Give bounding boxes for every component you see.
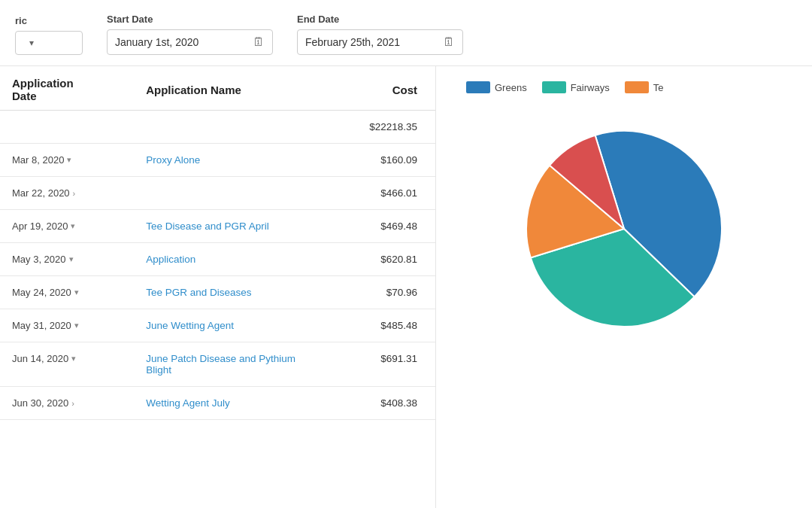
chevron-down-icon: ▾ xyxy=(29,38,34,48)
app-name-cell: Wetting Agent July xyxy=(134,387,335,420)
date-cell: Jun 30, 2020› xyxy=(0,387,134,420)
cost-cell: $469.48 xyxy=(335,210,435,243)
chart-section: GreensFairwaysTe xyxy=(436,66,812,508)
table-row: May 31, 2020▾June Wetting Agent$485.48 xyxy=(0,309,435,342)
expand-icon[interactable]: › xyxy=(73,189,76,198)
app-name-link[interactable]: Tee Disease and PGR April xyxy=(146,221,269,232)
legend-item: Greens xyxy=(466,81,527,93)
col-header-date: ApplicationDate xyxy=(0,66,134,111)
cost-cell: $466.01 xyxy=(335,177,435,210)
app-name-cell xyxy=(134,111,335,144)
legend-label: Greens xyxy=(495,82,527,93)
table-wrapper: ApplicationDate Application Name Cost $2… xyxy=(0,66,435,508)
app-name-cell: Tee PGR and Diseases xyxy=(134,276,335,309)
legend-item: Te xyxy=(625,81,664,93)
pie-chart xyxy=(511,116,737,342)
expand-icon[interactable]: ▾ xyxy=(74,287,79,297)
date-text: Apr 19, 2020 xyxy=(12,221,68,232)
date-text: May 3, 2020 xyxy=(12,254,66,265)
start-date-input[interactable] xyxy=(115,36,247,48)
app-name-link[interactable]: Proxy Alone xyxy=(146,154,200,166)
table-row: $22218.35 xyxy=(0,111,435,144)
app-name-cell: Application xyxy=(134,243,335,276)
calendar-icon-end[interactable]: 🗓 xyxy=(443,35,455,49)
date-text: Mar 22, 2020 xyxy=(12,187,70,199)
metric-select-wrapper[interactable]: ▾ xyxy=(15,31,83,55)
table-row: Mar 8, 2020▾Proxy Alone$160.09 xyxy=(0,144,435,177)
end-date-input[interactable] xyxy=(305,36,437,48)
table-section: ApplicationDate Application Name Cost $2… xyxy=(0,66,436,508)
start-date-label: Start Date xyxy=(107,14,273,25)
expand-icon[interactable]: ▾ xyxy=(67,155,71,165)
legend-label: Te xyxy=(653,82,664,93)
legend-color-box xyxy=(625,81,649,93)
end-date-group: End Date 🗓 xyxy=(297,14,463,55)
date-text: Jun 14, 2020 xyxy=(12,353,68,364)
table-row: May 24, 2020▾Tee PGR and Diseases$70.96 xyxy=(0,276,435,309)
col-header-cost: Cost xyxy=(335,66,435,111)
date-cell: May 31, 2020▾ xyxy=(0,309,134,342)
app-name-link[interactable]: Tee PGR and Diseases xyxy=(146,287,251,298)
app-name-link[interactable]: June Wetting Agent xyxy=(146,320,234,331)
legend-item: Fairways xyxy=(542,81,610,93)
app-name-cell xyxy=(134,177,335,210)
cost-cell: $160.09 xyxy=(335,144,435,177)
chart-legend: GreensFairwaysTe xyxy=(466,81,663,93)
end-date-label: End Date xyxy=(297,14,463,25)
app-name-link[interactable]: Wetting Agent July xyxy=(146,397,230,409)
start-date-input-wrapper[interactable]: 🗓 xyxy=(107,29,273,55)
cost-cell: $485.48 xyxy=(335,309,435,342)
table-row: Mar 22, 2020›$466.01 xyxy=(0,177,435,210)
date-cell: Apr 19, 2020▾ xyxy=(0,210,134,243)
expand-icon[interactable]: ▾ xyxy=(71,354,76,364)
table-scroll-area[interactable]: ApplicationDate Application Name Cost $2… xyxy=(0,66,435,508)
app-name-link[interactable]: Application xyxy=(146,254,195,265)
date-cell xyxy=(0,111,134,144)
applications-table: ApplicationDate Application Name Cost $2… xyxy=(0,66,435,420)
app-name-cell: Tee Disease and PGR April xyxy=(134,210,335,243)
date-cell: May 3, 2020▾ xyxy=(0,243,134,276)
expand-icon[interactable]: ▾ xyxy=(74,321,79,330)
legend-color-box xyxy=(466,81,490,93)
table-row: May 3, 2020▾Application$620.81 xyxy=(0,243,435,276)
cost-cell: $691.31 xyxy=(335,342,435,387)
cost-cell: $408.38 xyxy=(335,387,435,420)
cost-cell: $22218.35 xyxy=(335,111,435,144)
col-header-name: Application Name xyxy=(134,66,335,111)
legend-color-box xyxy=(542,81,566,93)
calendar-icon-start[interactable]: 🗓 xyxy=(253,35,265,49)
app-name-cell: Proxy Alone xyxy=(134,144,335,177)
expand-icon[interactable]: ▾ xyxy=(69,254,74,264)
table-row: Jun 30, 2020›Wetting Agent July$408.38 xyxy=(0,387,435,420)
date-cell: Jun 14, 2020▾ xyxy=(0,342,134,387)
date-text: May 24, 2020 xyxy=(12,287,71,298)
app-name-link[interactable]: June Patch Disease and Pythium Blight xyxy=(146,353,295,376)
cost-cell: $620.81 xyxy=(335,243,435,276)
expand-icon[interactable]: › xyxy=(71,399,74,408)
end-date-input-wrapper[interactable]: 🗓 xyxy=(297,29,463,55)
top-bar: ric ▾ Start Date 🗓 End Date 🗓 xyxy=(0,0,812,66)
metric-group: ric ▾ xyxy=(15,15,83,55)
app-name-cell: June Wetting Agent xyxy=(134,309,335,342)
metric-label: ric xyxy=(15,15,83,26)
cost-cell: $70.96 xyxy=(335,276,435,309)
start-date-group: Start Date 🗓 xyxy=(107,14,273,55)
expand-icon[interactable]: ▾ xyxy=(71,221,75,231)
main-content: ApplicationDate Application Name Cost $2… xyxy=(0,66,812,508)
date-cell: Mar 22, 2020› xyxy=(0,177,134,210)
date-text: May 31, 2020 xyxy=(12,320,71,331)
date-cell: May 24, 2020▾ xyxy=(0,276,134,309)
date-text: Jun 30, 2020 xyxy=(12,397,68,409)
table-row: Jun 14, 2020▾June Patch Disease and Pyth… xyxy=(0,342,435,387)
date-text: Mar 8, 2020 xyxy=(12,154,64,166)
table-row: Apr 19, 2020▾Tee Disease and PGR April$4… xyxy=(0,210,435,243)
date-cell: Mar 8, 2020▾ xyxy=(0,144,134,177)
legend-label: Fairways xyxy=(571,82,610,93)
app-name-cell: June Patch Disease and Pythium Blight xyxy=(134,342,335,387)
